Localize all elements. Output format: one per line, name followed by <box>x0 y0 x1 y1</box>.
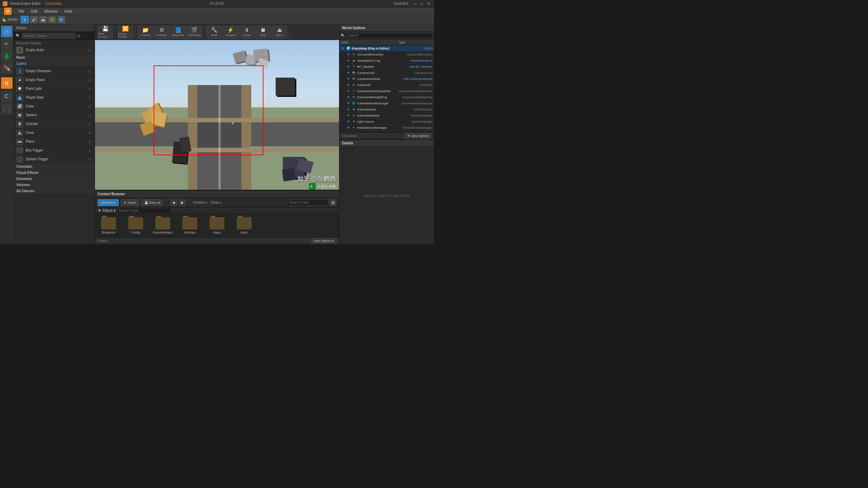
settings-button[interactable]: ⚙ Settings <box>154 26 170 39</box>
section-geometry[interactable]: Geometry <box>14 176 95 182</box>
section-all-classes[interactable]: All Classes <box>14 188 95 194</box>
outliner-row-gamesession[interactable]: 👁 ♟ GameSession GameSession <box>339 106 434 113</box>
row-vis-netmgr[interactable]: 👁 <box>346 101 350 105</box>
search-submit-icon[interactable]: ◎ <box>77 34 81 38</box>
empty-actor-add[interactable]: + <box>87 48 92 53</box>
cube-add[interactable]: + <box>87 104 92 109</box>
outliner-search-input[interactable] <box>346 33 433 38</box>
row-vis-lightsource[interactable]: 👁 <box>346 120 350 124</box>
row-vis-gamesession[interactable]: 👁 <box>346 107 350 111</box>
cinematics-button[interactable]: 🎬 Cinematics <box>186 26 202 39</box>
outliner-view-options[interactable]: 👁 View Options <box>405 133 431 139</box>
outliner-row-weather[interactable]: 👁 ☀ BP_Weather Edit BP_Weather <box>339 64 434 70</box>
outliner-row-hud[interactable]: 👁 ⊞ CarlaHUD CarlaHUD <box>339 82 434 88</box>
maximize-button[interactable]: □ <box>419 1 425 6</box>
nav-back-button[interactable]: ◀ <box>170 199 177 206</box>
eject-button[interactable]: ⏏ Eject <box>272 26 287 39</box>
section-lights[interactable]: Lights <box>14 61 95 67</box>
section-cinematic[interactable]: Cinematic <box>14 164 95 170</box>
item-point-light[interactable]: Point Light + <box>14 84 95 93</box>
row-vis-emptymap[interactable]: 👁 <box>341 46 345 50</box>
row-vis-ai[interactable]: 👁 <box>346 53 350 57</box>
box-trigger-add[interactable]: + <box>87 148 92 153</box>
row-vis-fog[interactable]: 👁 <box>346 59 350 63</box>
act-ue[interactable]: U <box>1 77 13 89</box>
cb-settings-button[interactable]: ⚙ <box>330 199 336 206</box>
outliner-row-meshdispatch[interactable]: 👁 ⬡ DynamicMeshDispatcher DynamicMeshDis… <box>339 88 434 94</box>
act-pencil[interactable]: ✏ <box>1 38 13 49</box>
row-vis-particles[interactable]: 👁 <box>346 126 350 130</box>
viewport-canvas[interactable]: 知乎 @白鹤鸽 天 天源安卓网 <box>95 40 339 190</box>
menu-help[interactable]: Help <box>63 8 74 14</box>
item-plane[interactable]: Plane + <box>14 137 95 146</box>
filters-button[interactable]: ▼ Filters ▾ <box>98 208 116 213</box>
mode-paint[interactable]: 🖌 <box>30 16 38 23</box>
path-content[interactable]: Content <box>193 201 205 204</box>
add-new-button[interactable]: Add New ▾ <box>98 199 119 206</box>
minimize-button[interactable]: — <box>412 1 418 6</box>
cylinder-add[interactable]: + <box>87 122 92 126</box>
item-cube[interactable]: Cube + <box>14 102 95 111</box>
blueprints-button[interactable]: 📘 Blueprints <box>170 26 186 39</box>
outliner-row-netmgr[interactable]: 👁 🌐 GameNetworkManager GameNetworkManage… <box>339 100 434 106</box>
item-empty-pawn[interactable]: ♟ Empty Pawn + <box>14 76 95 84</box>
row-vis-meshdispatch[interactable]: 👁 <box>346 89 350 93</box>
import-button[interactable]: ⬆ Import <box>121 199 139 206</box>
stop-button[interactable]: ⏹ Stop <box>255 26 271 39</box>
nav-forward-button[interactable]: ▶ <box>179 199 186 206</box>
section-volumes[interactable]: Volumes <box>14 182 95 188</box>
act-letter-c[interactable]: C <box>1 91 13 102</box>
folder-maps[interactable]: Maps <box>208 217 226 234</box>
sphere-add[interactable]: + <box>87 113 92 118</box>
folder-static[interactable]: Static <box>235 217 254 234</box>
path-carla[interactable]: Carla <box>210 201 218 204</box>
close-button[interactable]: ✕ <box>426 1 431 6</box>
outliner-row-lightsource[interactable]: 👁 ☀ Light Source DirectionalLight <box>339 119 434 125</box>
content-button[interactable]: 📁 Content <box>138 26 153 39</box>
item-box-trigger[interactable]: Box Trigger + <box>14 146 95 155</box>
row-vis-camera[interactable]: 👁 <box>346 71 350 75</box>
act-tree[interactable]: 🌲 <box>1 50 13 62</box>
folder-exportedmaps[interactable]: ExportedMaps <box>153 217 172 234</box>
row-vis-heightfog[interactable]: 👁 <box>346 95 350 99</box>
pause-button[interactable]: ⏸ Pause <box>239 26 255 39</box>
item-player-start[interactable]: Player Start + <box>14 93 95 102</box>
save-all-button[interactable]: 💾 Save All <box>141 199 163 206</box>
mode-landscape[interactable]: ⛰ <box>39 16 47 23</box>
menu-edit[interactable]: Edit <box>30 8 39 14</box>
plane-add[interactable]: + <box>87 139 92 144</box>
folder-hdmaps[interactable]: HDMaps <box>180 217 199 234</box>
outliner-row-fog[interactable]: 👁 ☁ Atmospheric Fog AtmosphericFog <box>339 58 434 64</box>
outliner-row-camera[interactable]: 👁 📷 CameraActor CameraActor <box>339 70 434 76</box>
cb-filter-search[interactable] <box>117 208 171 214</box>
outliner-row-emptymap[interactable]: 👁 🌍 EmptyMap (Play In Editor) World <box>339 45 434 52</box>
folder-config[interactable]: Config <box>126 217 145 234</box>
item-empty-actor[interactable]: ⬛ Empty Actor + <box>14 46 95 55</box>
player-start-add[interactable]: + <box>87 95 92 100</box>
compile-button[interactable]: ⚡ Compile <box>223 26 238 39</box>
mode-mesh[interactable]: 🔷 <box>57 16 65 23</box>
outliner-row-particles[interactable]: 👁 ✦ ParticleEventManager ParticleEventMa… <box>339 125 434 131</box>
item-sphere[interactable]: Sphere + <box>14 111 95 120</box>
source-control-button[interactable]: 🔀 Source Control <box>118 26 133 39</box>
ue-logo[interactable]: U <box>4 7 12 15</box>
build-button[interactable]: 🔧 Build <box>206 26 222 39</box>
cb-view-options-button[interactable]: View Options ▾ <box>311 238 336 244</box>
mode-select[interactable]: 🖱 <box>21 16 29 23</box>
outliner-row-gamestate[interactable]: 👁 ◎ GameStateBase GameStateBase <box>339 113 434 119</box>
folder-blueprints[interactable]: Blueprints <box>99 217 118 234</box>
outliner-row-gamemode[interactable]: 👁 🎮 CarlaGameMode Edit CarlaGameMode <box>339 76 434 82</box>
mode-foliage[interactable]: 🌿 <box>48 16 56 23</box>
row-vis-gamemode[interactable]: 👁 <box>346 77 350 81</box>
outliner-row-ai[interactable]: 👁 ⚙ AIControllerFactory AIControllerFact… <box>339 52 434 58</box>
item-cone[interactable]: Cone + <box>14 128 95 137</box>
act-chrome[interactable] <box>1 26 13 37</box>
row-vis-hud[interactable]: 👁 <box>346 83 350 87</box>
row-vis-weather[interactable]: 👁 <box>346 65 350 69</box>
item-cylinder[interactable]: Cylinder + <box>14 120 95 128</box>
section-visual-effects[interactable]: Visual Effects <box>14 170 95 176</box>
section-basic[interactable]: Basic <box>14 55 95 61</box>
menu-window[interactable]: Window <box>43 8 59 14</box>
cb-search-input[interactable] <box>288 200 328 206</box>
point-light-add[interactable]: + <box>87 86 92 91</box>
